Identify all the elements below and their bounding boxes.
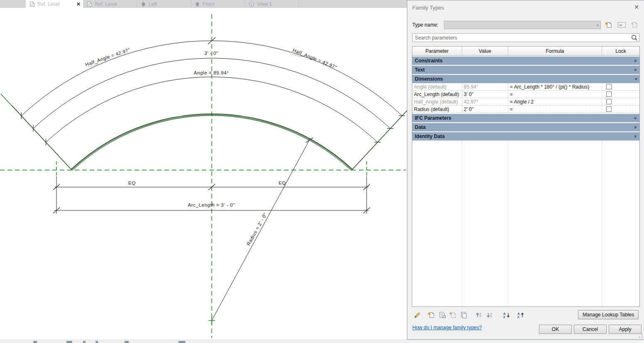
view-3d-icon: [249, 1, 255, 7]
column-parameter[interactable]: Parameter: [412, 47, 462, 56]
move-down-icon: [485, 311, 493, 319]
tab-view-1[interactable]: View 1: [245, 0, 299, 8]
new-type-button[interactable]: ✱: [604, 20, 614, 30]
parameter-formula[interactable]: = Arc_Length * 180° / (pi() * Radius): [508, 83, 602, 90]
resize-grip[interactable]: [639, 334, 643, 338]
edit-parameter-button[interactable]: [412, 311, 423, 320]
eq-left-label[interactable]: EQ: [128, 180, 136, 185]
column-value[interactable]: Value: [462, 47, 508, 56]
tab-label: View 1: [257, 1, 272, 7]
half-angle-right-label[interactable]: Half_Angle = 42.97°: [292, 47, 338, 70]
section-identity-data[interactable]: Identity Data »: [412, 132, 639, 141]
chevron-expand-icon[interactable]: »: [633, 117, 638, 119]
parameter-formula[interactable]: = Angle / 2: [508, 98, 602, 105]
view-control-bar-partial: [33, 341, 37, 343]
ok-button[interactable]: OK: [539, 325, 572, 334]
floor-plan-icon: [87, 1, 92, 7]
table-empty-area: [412, 141, 639, 306]
drawing-canvas[interactable]: Half_Angle = 42.97° Half_Angle = 42.97° …: [0, 0, 407, 343]
cancel-button[interactable]: Cancel: [574, 325, 607, 334]
parameter-value[interactable]: 3' 0": [462, 91, 508, 98]
sort-ascending-button[interactable]: A Z: [502, 311, 512, 320]
section-text[interactable]: Text »: [412, 66, 639, 74]
radius-dimension-label[interactable]: Radius = 2' - 0": [246, 212, 268, 247]
tab-bar-spacer: [0, 0, 26, 8]
half-angle-left-label[interactable]: Half_Angle = 42.97°: [85, 47, 131, 67]
parameter-row-angle[interactable]: Angle (default) 85.94° = Arc_Length * 18…: [412, 83, 639, 91]
move-up-button[interactable]: [473, 311, 483, 320]
view-control-bar-partial: [66, 341, 72, 343]
parameter-value[interactable]: 42.97°: [462, 98, 508, 105]
svg-text:Z: Z: [503, 315, 505, 319]
section-ifc-parameters[interactable]: IFC Parameters »: [412, 114, 639, 122]
family-types-dialog: Family Types ✕ Type name: ▾ ✱ AI: [407, 0, 644, 340]
sort-descending-icon: A Z: [517, 311, 525, 319]
new-type-icon: ✱: [605, 21, 612, 29]
parameter-row-radius[interactable]: Radius (default) 2' 0" =: [412, 106, 639, 113]
svg-text:✱: ✱: [428, 312, 431, 316]
type-name-label: Type name:: [412, 22, 444, 28]
type-name-dropdown[interactable]: ▾: [444, 21, 601, 29]
column-formula[interactable]: Formula: [508, 47, 602, 56]
chevron-collapse-icon[interactable]: »: [633, 78, 638, 80]
view-control-bar-partial: [83, 341, 86, 343]
search-icon[interactable]: [631, 34, 638, 41]
elevation-icon: [195, 1, 200, 7]
parameter-name: Half_Angle (default): [412, 98, 462, 105]
close-icon[interactable]: ✕: [76, 1, 81, 7]
floor-plan-icon: [29, 1, 35, 7]
delete-type-icon: ✕: [631, 21, 638, 29]
delete-type-button[interactable]: ✕: [629, 20, 639, 30]
radius-dimension-line[interactable]: [212, 138, 313, 321]
sort-descending-button[interactable]: A Z: [516, 311, 526, 320]
manage-lookup-tables-button[interactable]: Manage Lookup Tables: [578, 310, 639, 319]
tab-ref-level[interactable]: Ref. Level: [83, 0, 137, 8]
rename-type-button[interactable]: AI: [617, 20, 627, 30]
parameter-formula[interactable]: =: [508, 106, 602, 113]
svg-text:✱: ✱: [605, 22, 608, 26]
parameter-value[interactable]: 85.94°: [462, 83, 508, 90]
lock-checkbox[interactable]: [606, 84, 612, 89]
import-shared-parameter-icon: [438, 311, 446, 319]
column-lock[interactable]: Lock: [602, 47, 639, 56]
arc-top-dimension-label[interactable]: 3' - 0": [204, 51, 218, 56]
section-dimensions[interactable]: Dimensions »: [412, 75, 639, 83]
section-data[interactable]: Data »: [412, 123, 639, 131]
lock-checkbox[interactable]: [606, 91, 612, 97]
parameter-name: Radius (default): [412, 106, 462, 113]
rename-type-icon: AI: [617, 21, 626, 29]
angle-dimension-label[interactable]: Angle = 85.94°: [194, 70, 229, 75]
parameter-table: Parameter Value Formula Lock Constraints…: [412, 46, 640, 307]
import-shared-parameter-button[interactable]: [437, 311, 448, 320]
chevron-expand-icon[interactable]: »: [633, 59, 638, 62]
arc-length-dimension-label[interactable]: Arc_Length = 3' - 0": [188, 202, 235, 207]
svg-text:Z: Z: [517, 315, 519, 319]
chevron-expand-icon[interactable]: »: [633, 135, 638, 138]
eq-right-label[interactable]: EQ: [279, 180, 286, 185]
move-down-button[interactable]: [483, 311, 494, 320]
dialog-close-icon[interactable]: ✕: [634, 4, 639, 10]
apply-button[interactable]: Apply: [609, 325, 642, 334]
svg-text:AI: AI: [619, 23, 622, 27]
tab-ref-level-active[interactable]: Ref. Level ✕: [26, 0, 83, 8]
search-parameters-input[interactable]: [413, 35, 631, 41]
parameter-value[interactable]: 2' 0": [462, 106, 508, 113]
help-link[interactable]: How do I manage family types?: [412, 325, 482, 331]
new-parameter-button[interactable]: ✱: [426, 311, 437, 320]
chevron-expand-icon[interactable]: »: [633, 69, 638, 71]
lock-checkbox[interactable]: [606, 106, 612, 112]
chevron-expand-icon[interactable]: »: [633, 126, 638, 128]
tab-front[interactable]: Front: [191, 0, 245, 8]
new-parameter-icon: ✱: [428, 311, 435, 319]
parameter-toolbar: ✱ ✕: [412, 310, 526, 320]
parameter-row-arc-length[interactable]: Arc_Length (default) 3' 0" =: [412, 91, 639, 98]
parameter-name: Angle (default): [412, 83, 462, 90]
duplicate-parameter-button[interactable]: [458, 311, 469, 320]
section-constraints[interactable]: Constraints »: [412, 57, 639, 65]
table-header: Parameter Value Formula Lock: [412, 47, 639, 56]
parameter-row-half-angle[interactable]: Half_Angle (default) 42.97° = Angle / 2: [412, 98, 639, 106]
lock-checkbox[interactable]: [606, 99, 612, 104]
delete-parameter-button[interactable]: ✕: [448, 311, 458, 320]
tab-left[interactable]: Left: [137, 0, 191, 8]
parameter-formula[interactable]: =: [508, 91, 602, 98]
